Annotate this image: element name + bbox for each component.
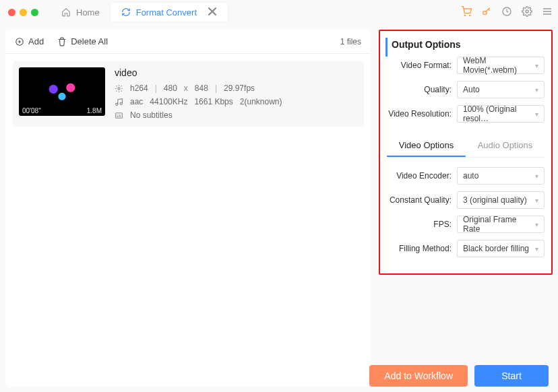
select-video-encoder[interactable]: auto ▾ [457, 167, 545, 185]
file-card[interactable]: 00'08" 1.8M video h264 | 480 x 848 | 29.… [12, 61, 364, 127]
chevron-down-icon: ▾ [535, 172, 538, 180]
label-constant-quality: Constant Quality: [387, 195, 452, 205]
history-icon[interactable] [501, 6, 512, 19]
row-constant-quality: Constant Quality: 3 (original quality) ▾ [387, 191, 545, 209]
file-title: video [115, 67, 282, 78]
cart-icon[interactable] [461, 6, 472, 19]
output-options-title: Output Options [385, 38, 545, 57]
delete-all-button[interactable]: Delete All [57, 36, 108, 46]
output-options-panel: Output Options Video Format: WebM Movie(… [379, 30, 553, 275]
vcodec: h264 [130, 84, 148, 93]
svg-point-7 [116, 103, 118, 105]
tab-home[interactable]: Home [51, 3, 111, 22]
row-video-format: Video Format: WebM Movie(*.webm) ▾ [387, 57, 545, 74]
sample-rate: 44100KHz [150, 97, 187, 106]
row-video-resolution: Video Resolution: 100% (Original resol… … [387, 105, 545, 123]
svg-point-6 [118, 87, 120, 89]
row-quality: Quality: Auto ▾ [387, 81, 545, 98]
row-fps: FPS: Original Frame Rate ▾ [387, 216, 545, 233]
file-duration: 00'08" [22, 107, 41, 115]
start-button[interactable]: Start [474, 365, 549, 387]
window-controls [8, 9, 38, 16]
maximize-window-button[interactable] [31, 9, 38, 16]
side-panel: Output Options Video Format: WebM Movie(… [379, 30, 553, 387]
music-icon [115, 98, 123, 106]
file-toolbar: Add Delete All 1 files [5, 30, 371, 54]
close-window-button[interactable] [8, 9, 16, 16]
video-meta-row: h264 | 480 x 848 | 29.97fps [115, 84, 282, 93]
add-button[interactable]: Add [15, 36, 44, 46]
select-filling-method[interactable]: Black border filling ▾ [457, 240, 545, 257]
tab-convert-label: Format Convert [136, 7, 197, 18]
value-quality: Auto [463, 85, 480, 94]
trash-icon [57, 37, 67, 46]
close-tab-button[interactable] [208, 7, 217, 18]
tab-audio-options[interactable]: Audio Options [466, 135, 545, 157]
settings-icon[interactable] [522, 6, 532, 19]
row-filling-method: Filling Method: Black border filling ▾ [387, 240, 545, 257]
chevron-down-icon: ▾ [535, 110, 538, 118]
select-fps[interactable]: Original Frame Rate ▾ [457, 216, 545, 233]
key-icon[interactable] [481, 6, 492, 19]
close-icon [208, 7, 217, 16]
fps: 29.97fps [224, 84, 255, 93]
value-video-format: WebM Movie(*.webm) [463, 56, 535, 75]
label-video-resolution: Video Resolution: [387, 109, 452, 119]
svg-point-1 [470, 15, 470, 15]
thumbnail-overlay: 00'08" 1.8M [19, 106, 105, 116]
home-icon [61, 7, 71, 17]
height: 848 [195, 84, 208, 93]
row-video-encoder: Video Encoder: auto ▾ [387, 167, 545, 185]
label-video-encoder: Video Encoder: [387, 171, 452, 181]
select-video-resolution[interactable]: 100% (Original resol… ▾ [457, 105, 545, 123]
menu-icon[interactable] [542, 6, 553, 19]
main-panel: Add Delete All 1 files 00'08" 1.8M video [0, 24, 379, 392]
label-filling-method: Filling Method: [387, 244, 452, 253]
svg-point-0 [464, 15, 465, 15]
minimize-window-button[interactable] [20, 9, 27, 16]
tab-video-options[interactable]: Video Options [387, 135, 466, 157]
select-video-format[interactable]: WebM Movie(*.webm) ▾ [457, 57, 545, 74]
chevron-down-icon: ▾ [535, 86, 538, 94]
svg-point-4 [526, 10, 528, 13]
delete-all-label: Delete All [71, 36, 108, 46]
file-list: 00'08" 1.8M video h264 | 480 x 848 | 29.… [5, 54, 371, 387]
topbar-actions [461, 6, 553, 19]
abitrate: 1661 Kbps [194, 97, 232, 106]
tab-format-convert[interactable]: Format Convert [111, 3, 228, 22]
subtitles-row: No subtitles [115, 110, 282, 120]
subtitles-text: No subtitles [130, 110, 173, 120]
file-size: 1.8M [87, 107, 102, 115]
width: 480 [164, 84, 177, 93]
file-count: 1 files [340, 37, 361, 46]
refresh-icon [121, 7, 131, 17]
dim-sep: x [184, 84, 188, 93]
tab-bar: Home Format Convert [51, 0, 228, 24]
svg-point-2 [483, 11, 487, 14]
plus-circle-icon [15, 37, 24, 46]
add-label: Add [28, 36, 44, 46]
file-meta: video h264 | 480 x 848 | 29.97fps aac [115, 67, 282, 120]
acodec: aac [130, 97, 143, 106]
chevron-down-icon: ▾ [535, 245, 538, 253]
value-video-resolution: 100% (Original resol… [463, 104, 535, 123]
footer-actions: Add to Workflow Start [369, 365, 549, 387]
svg-point-8 [120, 102, 122, 104]
value-fps: Original Frame Rate [463, 215, 535, 234]
label-quality: Quality: [387, 85, 452, 94]
value-constant-quality: 3 (original quality) [463, 195, 527, 205]
value-video-encoder: auto [463, 171, 478, 181]
add-to-workflow-button[interactable]: Add to Workflow [369, 365, 468, 387]
chevron-down-icon: ▾ [535, 197, 538, 204]
chevron-down-icon: ▾ [535, 62, 538, 69]
select-constant-quality[interactable]: 3 (original quality) ▾ [457, 191, 545, 209]
title-bar: Home Format Convert [0, 0, 558, 24]
gear-icon [115, 84, 123, 93]
subtitles-icon [115, 111, 123, 120]
options-sub-tabs: Video Options Audio Options [387, 135, 545, 158]
chevron-down-icon: ▾ [535, 221, 538, 228]
select-quality[interactable]: Auto ▾ [457, 81, 545, 98]
tab-home-label: Home [76, 7, 100, 18]
value-filling-method: Black border filling [463, 244, 529, 253]
file-thumbnail: 00'08" 1.8M [19, 67, 105, 116]
